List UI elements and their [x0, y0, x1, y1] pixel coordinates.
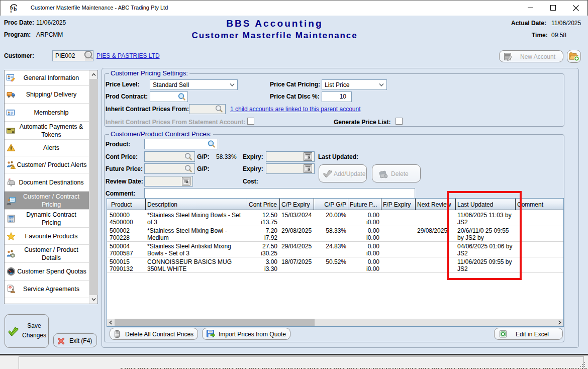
svg-text:b: b	[14, 6, 17, 12]
